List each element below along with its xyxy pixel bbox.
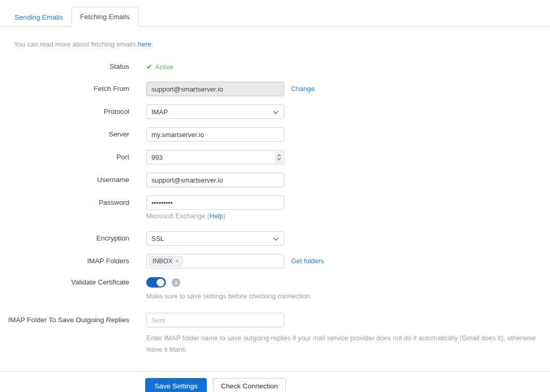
fetch-from-row: Fetch From Change	[0, 82, 550, 96]
chevron-down-icon	[273, 235, 279, 243]
port-label: Port	[0, 150, 129, 161]
remove-tag-icon[interactable]: ×	[175, 258, 179, 265]
imap-save-folder-input[interactable]	[146, 313, 284, 327]
validate-certificate-row: Validate Certificate i Make sure to save…	[0, 277, 550, 300]
save-before-check-note: Make sure to save settings before checki…	[146, 292, 312, 300]
save-settings-button[interactable]: Save Settings	[145, 378, 207, 392]
info-icon: i	[172, 278, 180, 287]
password-note-row: Microsoft Exchange (Help)	[0, 212, 550, 220]
server-row: Server	[0, 127, 550, 142]
fetch-from-label: Fetch From	[0, 82, 129, 93]
number-stepper[interactable]	[275, 151, 283, 163]
encryption-label: Encryption	[0, 231, 129, 242]
encryption-select[interactable]: SSL	[146, 231, 284, 246]
imap-folders-row: IMAP Folders INBOX × Get folders	[0, 254, 550, 268]
protocol-label: Protocol	[0, 104, 129, 115]
status-label: Status	[0, 62, 129, 70]
username-input[interactable]	[146, 173, 284, 187]
imap-save-folder-row: IMAP Folder To Save Outgoing Replies Ent…	[0, 313, 550, 355]
exchange-help-link[interactable]: Help	[209, 212, 223, 220]
exchange-note: Microsoft Exchange (Help)	[146, 212, 225, 220]
protocol-selected-value: IMAP	[151, 108, 273, 116]
protocol-select[interactable]: IMAP	[146, 104, 284, 119]
validate-certificate-label: Validate Certificate	[0, 277, 129, 286]
intro-text: You can read more about fetching emails …	[14, 40, 536, 48]
status-row: Status ✔Active	[0, 62, 550, 71]
chevron-down-icon	[273, 108, 279, 116]
username-label: Username	[0, 173, 129, 184]
imap-folders-input[interactable]: INBOX ×	[146, 254, 284, 268]
folder-tag: INBOX ×	[149, 256, 182, 266]
server-input[interactable]	[146, 127, 284, 142]
port-row: Port	[0, 150, 550, 164]
password-row: Password	[0, 195, 550, 210]
server-label: Server	[0, 127, 129, 138]
protocol-row: Protocol IMAP	[0, 104, 550, 119]
form-footer: Save Settings Check Connection	[0, 371, 550, 392]
fetching-emails-form: Status ✔Active Fetch From Change Protoco…	[0, 62, 550, 355]
fetch-from-input	[146, 82, 284, 96]
encryption-row: Encryption SSL	[0, 231, 550, 246]
imap-save-folder-help: Enter IMAP folder name to save outgoing …	[146, 333, 548, 355]
tab-fetching-emails[interactable]: Fetching Emails	[71, 7, 139, 27]
encryption-selected-value: SSL	[151, 235, 273, 243]
status-value: ✔Active	[146, 62, 173, 71]
get-folders-link[interactable]: Get folders	[291, 254, 324, 268]
read-more-link[interactable]: here	[138, 40, 151, 48]
toggle-knob	[157, 279, 164, 287]
validate-certificate-toggle[interactable]	[146, 277, 166, 288]
imap-save-folder-label: IMAP Folder To Save Outgoing Replies	[0, 313, 129, 324]
folder-tag-text: INBOX	[152, 258, 173, 265]
username-row: Username	[0, 173, 550, 187]
tab-sending-emails[interactable]: Sending Emails	[6, 8, 71, 27]
password-label: Password	[0, 195, 129, 206]
change-link[interactable]: Change	[291, 82, 315, 96]
stepper-up-icon	[277, 154, 281, 157]
stepper-down-icon	[277, 158, 281, 160]
tab-bar: Sending Emails Fetching Emails	[0, 0, 550, 27]
password-input[interactable]	[146, 195, 284, 210]
check-connection-button[interactable]: Check Connection	[213, 378, 285, 392]
port-input[interactable]	[146, 150, 284, 164]
imap-folders-label: IMAP Folders	[0, 254, 129, 265]
status-text: Active	[155, 63, 173, 71]
check-icon: ✔	[146, 63, 152, 71]
